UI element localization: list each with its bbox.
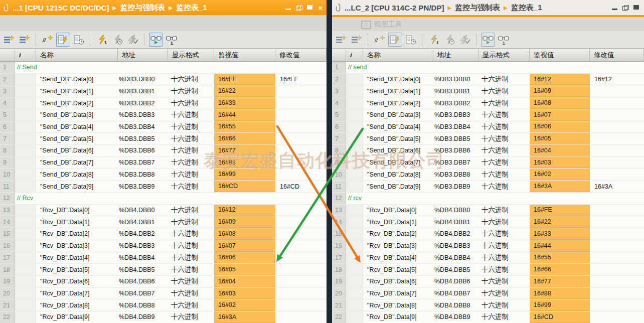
maximize-button[interactable] <box>633 5 640 11</box>
modify-value-cell[interactable] <box>590 133 644 144</box>
monitor-value-cell[interactable]: 16#04 <box>530 145 590 156</box>
monitor-value-cell[interactable]: 16#07 <box>214 240 275 252</box>
tag-name-cell[interactable]: "Rcv_DB".Data[0] <box>363 205 433 216</box>
address-cell[interactable]: %DB4.DBB3 <box>118 240 168 252</box>
comment-cell[interactable]: // send <box>346 62 644 73</box>
display-format-cell[interactable]: 十六进制 <box>168 181 214 192</box>
comment-cell[interactable]: // Rcv <box>15 193 327 204</box>
tag-name-cell[interactable]: "Send_DB".Data[4] <box>36 121 118 133</box>
tag-name-cell[interactable]: "Send_DB".Data[5] <box>36 133 118 144</box>
monitor-value-cell[interactable]: 16#02 <box>214 299 275 311</box>
monitor-value-cell[interactable]: 16#CD <box>530 311 590 323</box>
monitor-value-cell[interactable]: 16#CD <box>214 181 275 192</box>
tag-name-cell[interactable]: "Send_DB".Data[5] <box>363 133 433 144</box>
modify-value-cell[interactable]: 16#12 <box>590 74 644 85</box>
tag-name-cell[interactable]: "Send_DB".Data[0] <box>36 74 118 85</box>
tag-name-cell[interactable]: "Rcv_DB".Data[1] <box>363 216 433 228</box>
tag-name-cell[interactable]: "Send_DB".Data[3] <box>36 109 118 121</box>
modify-value-cell[interactable] <box>590 288 644 299</box>
address-cell[interactable]: %DB3.DBB6 <box>118 145 168 156</box>
display-format-cell[interactable]: 十六进制 <box>478 97 530 109</box>
address-cell[interactable]: %DB4.DBB8 <box>118 299 168 311</box>
modify-value-cell[interactable] <box>590 276 644 287</box>
display-format-cell[interactable]: 十六进制 <box>478 311 530 323</box>
display-format-cell[interactable]: 十六进制 <box>168 74 214 85</box>
enable-peripheral-outputs-icon[interactable] <box>458 33 472 47</box>
address-cell[interactable]: %DB4.DBB2 <box>118 228 168 240</box>
monitor-value-cell[interactable]: 16#77 <box>530 276 590 287</box>
monitor-value-cell[interactable]: 16#44 <box>530 240 590 252</box>
tag-name-cell[interactable]: "Rcv_DB".Data[4] <box>36 252 118 264</box>
modify-value-cell[interactable] <box>590 157 644 169</box>
address-cell[interactable]: %DB4.DBB0 <box>433 205 478 216</box>
display-format-cell[interactable]: 十六进制 <box>478 181 530 192</box>
address-cell[interactable]: %DB3.DBB5 <box>118 133 168 144</box>
comment-cell[interactable]: // Send <box>15 62 327 73</box>
monitor-value-cell[interactable]: 16#05 <box>214 264 275 275</box>
display-format-cell[interactable]: 十六进制 <box>478 264 530 275</box>
left-breadcrumb-watch-table-1[interactable]: 监控表_1 <box>176 3 207 13</box>
display-format-cell[interactable]: 十六进制 <box>478 240 530 252</box>
monitor-value-cell[interactable]: 16#99 <box>530 299 590 311</box>
display-format-cell[interactable]: 十六进制 <box>168 109 214 121</box>
maximize-button[interactable] <box>307 5 313 11</box>
address-cell[interactable]: %DB3.DBB3 <box>118 109 168 121</box>
address-cell[interactable]: %DB3.DBB9 <box>433 181 478 192</box>
expanded-mode-icon[interactable] <box>56 33 70 47</box>
display-format-cell[interactable]: 十六进制 <box>478 121 530 133</box>
address-cell[interactable]: %DB4.DBB9 <box>118 311 168 323</box>
address-cell[interactable]: %DB3.DBB9 <box>118 181 168 192</box>
modify-value-cell[interactable] <box>590 121 644 133</box>
tag-name-cell[interactable]: "Send_DB".Data[4] <box>363 121 433 133</box>
monitor-value-cell[interactable]: 16#3A <box>214 311 275 323</box>
modify-value-cell[interactable] <box>590 85 644 97</box>
display-format-cell[interactable]: 十六进制 <box>478 157 530 169</box>
modify-value-cell[interactable] <box>275 264 327 275</box>
tag-name-cell[interactable]: "Rcv_DB".Data[7] <box>36 288 118 299</box>
left-breadcrumb-watch-tables[interactable]: 监控与强制表 <box>120 3 165 13</box>
tag-name-cell[interactable]: "Rcv_DB".Data[2] <box>363 228 433 240</box>
tag-name-cell[interactable]: "Send_DB".Data[6] <box>363 145 433 156</box>
monitor-value-cell[interactable]: 16#66 <box>530 264 590 275</box>
address-cell[interactable]: %DB3.DBB4 <box>433 121 478 133</box>
float-window-button[interactable] <box>296 5 302 11</box>
address-cell[interactable]: %DB3.DBB2 <box>118 97 168 109</box>
tag-name-cell[interactable]: "Rcv_DB".Data[4] <box>363 252 433 264</box>
tag-name-cell[interactable]: "Rcv_DB".Data[8] <box>363 299 433 311</box>
monitor-value-cell[interactable]: 16#22 <box>530 216 590 228</box>
modify-value-cell[interactable] <box>275 121 327 133</box>
tag-name-cell[interactable]: "Rcv_DB".Data[5] <box>363 264 433 275</box>
monitor-value-cell[interactable]: 16#88 <box>530 288 590 299</box>
modify-once-icon[interactable]: 1 <box>427 33 441 47</box>
address-cell[interactable]: %DB4.DBB7 <box>118 288 168 299</box>
address-cell[interactable]: %DB3.DBB6 <box>433 145 478 156</box>
display-format-cell[interactable]: 十六进制 <box>168 240 214 252</box>
display-format-cell[interactable]: 十六进制 <box>478 109 530 121</box>
monitor-value-cell[interactable]: 16#09 <box>214 216 275 228</box>
tag-name-cell[interactable]: "Send_DB".Data[1] <box>36 85 118 97</box>
insert-row-icon[interactable] <box>2 33 16 47</box>
modify-value-cell[interactable] <box>275 276 327 287</box>
tag-name-cell[interactable]: "Rcv_DB".Data[6] <box>36 276 118 287</box>
display-format-cell[interactable]: 十六进制 <box>478 228 530 240</box>
display-format-cell[interactable]: 十六进制 <box>478 85 530 97</box>
monitor-value-cell[interactable]: 16#12 <box>214 205 275 216</box>
address-cell[interactable]: %DB4.DBB4 <box>118 252 168 264</box>
insert-row-icon[interactable] <box>334 33 348 47</box>
tag-name-cell[interactable]: "Send_DB".Data[6] <box>36 145 118 156</box>
monitor-value-cell[interactable]: 16#03 <box>530 157 590 169</box>
modify-value-cell[interactable] <box>590 169 644 180</box>
address-cell[interactable]: %DB4.DBB1 <box>118 216 168 228</box>
tag-name-cell[interactable]: "Send_DB".Data[7] <box>363 157 433 169</box>
monitor-value-cell[interactable]: 16#07 <box>530 109 590 121</box>
modify-value-cell[interactable] <box>590 252 644 264</box>
minimize-button[interactable] <box>611 5 618 11</box>
modify-value-cell[interactable] <box>275 97 327 109</box>
modify-value-cell[interactable]: 16#CD <box>275 181 327 192</box>
address-cell[interactable]: %DB4.DBB8 <box>433 299 478 311</box>
display-format-cell[interactable]: 十六进制 <box>168 299 214 311</box>
modify-value-cell[interactable] <box>275 288 327 299</box>
display-format-cell[interactable]: 十六进制 <box>478 74 530 85</box>
address-cell[interactable]: %DB3.DBB5 <box>433 133 478 144</box>
modify-once-icon[interactable]: 1 <box>95 33 109 47</box>
